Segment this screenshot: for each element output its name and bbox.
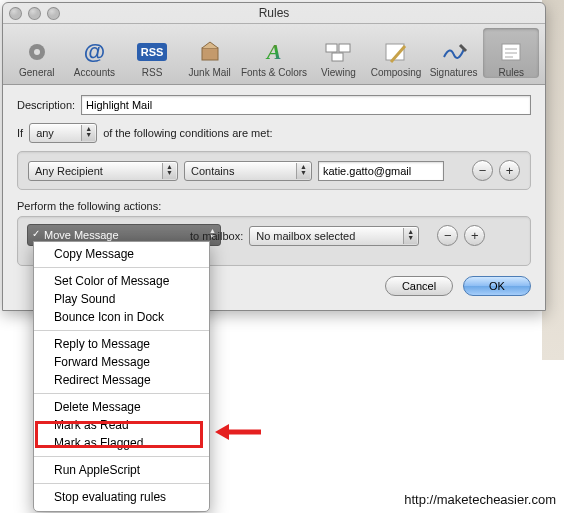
- svg-rect-7: [502, 44, 520, 60]
- tab-signatures[interactable]: Signatures: [426, 28, 482, 78]
- tab-junk-mail[interactable]: Junk Mail: [182, 28, 238, 78]
- condition-field-select[interactable]: Any Recipient ▲▼: [28, 161, 178, 181]
- menu-item-bounce-icon[interactable]: Bounce Icon in Dock: [34, 308, 209, 326]
- condition-value-input[interactable]: [318, 161, 444, 181]
- if-label: If: [17, 127, 23, 139]
- gear-icon: [21, 38, 53, 66]
- conditions-suffix-label: of the following conditions are met:: [103, 127, 272, 139]
- tab-general[interactable]: General: [9, 28, 65, 78]
- mailbox-prefix-label: to mailbox:: [190, 230, 243, 242]
- window-controls: [9, 7, 60, 20]
- tab-rules[interactable]: Rules: [483, 28, 539, 78]
- menu-item-redirect[interactable]: Redirect Message: [34, 371, 209, 389]
- menu-item-set-color[interactable]: Set Color of Message: [34, 272, 209, 290]
- menu-item-copy-message[interactable]: Copy Message: [34, 245, 209, 263]
- fonts-icon: A: [258, 38, 290, 66]
- svg-point-1: [34, 49, 40, 55]
- menu-item-mark-read[interactable]: Mark as Read: [34, 416, 209, 434]
- zoom-window-button[interactable]: [47, 7, 60, 20]
- svg-rect-2: [202, 48, 218, 60]
- remove-condition-button[interactable]: −: [472, 160, 493, 181]
- add-condition-button[interactable]: +: [499, 160, 520, 181]
- minimize-window-button[interactable]: [28, 7, 41, 20]
- signature-icon: [438, 38, 470, 66]
- annotation-arrow-icon: [213, 418, 263, 446]
- cancel-button[interactable]: Cancel: [385, 276, 453, 296]
- mailbox-select[interactable]: No mailbox selected ▲▼: [249, 226, 419, 246]
- menu-item-reply[interactable]: Reply to Message: [34, 335, 209, 353]
- action-type-menu: Copy Message Set Color of Message Play S…: [33, 241, 210, 512]
- watermark-text: http://maketecheasier.com: [404, 492, 556, 507]
- rules-icon: [495, 38, 527, 66]
- viewing-icon: [322, 38, 354, 66]
- description-label: Description:: [17, 99, 75, 111]
- match-scope-select[interactable]: any ▲▼: [29, 123, 97, 143]
- at-icon: @: [78, 38, 110, 66]
- ok-button[interactable]: OK: [463, 276, 531, 296]
- actions-label: Perform the following actions:: [17, 200, 531, 212]
- menu-item-play-sound[interactable]: Play Sound: [34, 290, 209, 308]
- description-input[interactable]: [81, 95, 531, 115]
- conditions-group: Any Recipient ▲▼ Contains ▲▼ − +: [17, 151, 531, 190]
- svg-rect-4: [339, 44, 350, 52]
- svg-rect-3: [326, 44, 337, 52]
- junk-icon: [194, 38, 226, 66]
- compose-icon: [380, 38, 412, 66]
- remove-action-button[interactable]: −: [437, 225, 458, 246]
- rss-icon: RSS: [136, 38, 168, 66]
- close-window-button[interactable]: [9, 7, 22, 20]
- add-action-button[interactable]: +: [464, 225, 485, 246]
- menu-item-stop-evaluating[interactable]: Stop evaluating rules: [34, 488, 209, 506]
- tab-viewing[interactable]: Viewing: [311, 28, 367, 78]
- check-icon: ✓: [32, 228, 40, 239]
- tab-fonts-colors[interactable]: A Fonts & Colors: [240, 28, 309, 78]
- menu-item-run-applescript[interactable]: Run AppleScript: [34, 461, 209, 479]
- svg-marker-12: [215, 424, 229, 440]
- menu-item-mark-flagged[interactable]: Mark as Flagged: [34, 434, 209, 452]
- titlebar: Rules: [3, 3, 545, 24]
- condition-operator-select[interactable]: Contains ▲▼: [184, 161, 312, 181]
- tab-composing[interactable]: Composing: [368, 28, 424, 78]
- tab-rss[interactable]: RSS RSS: [124, 28, 180, 78]
- preferences-toolbar: General @ Accounts RSS RSS Junk Mail A F…: [3, 24, 545, 85]
- menu-item-delete[interactable]: Delete Message: [34, 398, 209, 416]
- svg-rect-5: [332, 53, 343, 61]
- tab-accounts[interactable]: @ Accounts: [67, 28, 123, 78]
- window-title: Rules: [3, 6, 545, 20]
- menu-item-forward[interactable]: Forward Message: [34, 353, 209, 371]
